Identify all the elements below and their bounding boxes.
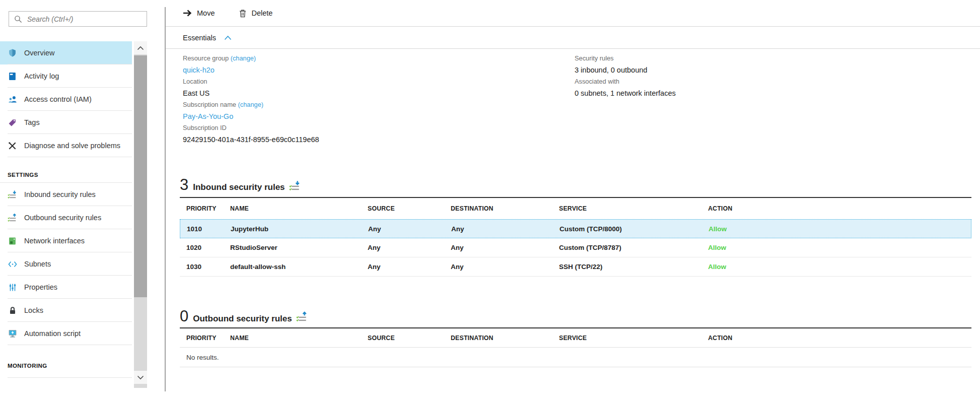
column-header: PRIORITY <box>180 205 224 212</box>
main-content: Move Delete Essentials <box>166 0 980 400</box>
sidebar-item-label: Properties <box>24 283 57 291</box>
column-header: NAME <box>224 335 361 342</box>
column-header: NAME <box>224 205 361 212</box>
sidebar-item-locks[interactable]: Locks <box>0 299 132 322</box>
sidebar-item-label: Overview <box>24 49 54 57</box>
inbound-table-header: PRIORITY NAME SOURCE DESTINATION SERVICE… <box>180 198 971 219</box>
people-icon <box>8 95 17 104</box>
sidebar-item-automation-script[interactable]: Automation script <box>0 322 132 345</box>
sidebar-item-access-control[interactable]: Access control (IAM) <box>0 88 132 111</box>
scroll-down-button[interactable] <box>134 371 147 384</box>
change-link[interactable]: (change) <box>238 101 264 108</box>
trash-icon <box>239 9 247 18</box>
chevron-up-icon <box>137 46 144 50</box>
table-row[interactable]: 1020 RStudioServer Any Any Custom (TCP/8… <box>180 238 971 257</box>
action-allow: Allow <box>702 244 971 251</box>
essentials-left-column: Resource group (change) quick-h2o Locati… <box>183 53 319 146</box>
divider <box>8 377 132 378</box>
column-header: ACTION <box>702 335 971 342</box>
inbound-rules-icon <box>8 190 17 199</box>
scroll-up-button[interactable] <box>134 41 147 54</box>
essentials-title: Essentials <box>183 34 216 42</box>
properties-icon <box>8 283 17 292</box>
column-header: SERVICE <box>552 335 702 342</box>
sidebar-settings-group: Inbound security rules Outbound security… <box>0 182 132 345</box>
sidebar-item-label: Access control (IAM) <box>24 95 92 103</box>
location-value: East US <box>183 87 319 99</box>
field-label: Location <box>183 76 319 87</box>
shield-icon <box>8 48 17 58</box>
subscription-id-value: 92429150-401a-431f-8955-e69c0c119e68 <box>183 134 319 146</box>
subnets-icon <box>8 259 17 269</box>
action-allow: Allow <box>702 225 971 233</box>
action-allow: Allow <box>702 263 971 271</box>
sidebar-nav: Overview Activity log <box>0 41 132 378</box>
subscription-name-link[interactable]: Pay-As-You-Go <box>183 110 319 122</box>
essentials-toggle[interactable]: Essentials <box>166 27 980 49</box>
security-rules-value: 3 inbound, 0 outbound <box>575 64 676 76</box>
outbound-rules-heading: 0 Outbound security rules <box>180 308 971 328</box>
field-label: Subscription ID <box>183 122 319 134</box>
search-input[interactable] <box>27 15 143 23</box>
sidebar-item-label: Tags <box>24 118 40 126</box>
field-label: Subscription name (change) <box>183 99 319 110</box>
sidebar-section-settings: SETTINGS <box>0 167 132 182</box>
resource-group-link[interactable]: quick-h2o <box>183 64 319 76</box>
inbound-rules-section: 3 Inbound security rules PRIORITY NAME S… <box>180 176 971 277</box>
sidebar-item-diagnose[interactable]: Diagnose and solve problems <box>0 134 132 157</box>
move-button[interactable]: Move <box>183 9 215 17</box>
search-icon <box>14 15 22 23</box>
delete-button[interactable]: Delete <box>239 9 272 18</box>
column-header: SERVICE <box>552 205 702 212</box>
inbound-count: 3 <box>180 176 188 193</box>
sidebar-item-activity-log[interactable]: Activity log <box>0 64 132 88</box>
column-header: PRIORITY <box>180 335 224 342</box>
automation-script-icon <box>8 329 17 339</box>
nsg-overview-screen: Overview Activity log <box>0 0 980 400</box>
outbound-rules-icon <box>8 213 17 223</box>
column-header: SOURCE <box>361 205 444 212</box>
column-header: ACTION <box>702 205 971 212</box>
sidebar-item-outbound-rules[interactable]: Outbound security rules <box>0 206 132 229</box>
sidebar-item-label: Network interfaces <box>24 237 85 245</box>
outbound-rules-icon <box>296 311 308 324</box>
outbound-table-header: PRIORITY NAME SOURCE DESTINATION SERVICE… <box>180 328 971 348</box>
change-link[interactable]: (change) <box>231 54 256 62</box>
sidebar-section-monitoring: MONITORING <box>0 358 132 373</box>
sidebar-item-label: Activity log <box>24 72 59 80</box>
sidebar-item-subnets[interactable]: Subnets <box>0 252 132 276</box>
sidebar-item-inbound-rules[interactable]: Inbound security rules <box>0 183 132 206</box>
tag-icon <box>8 118 17 127</box>
table-row[interactable]: 1010 JupyterHub Any Any Custom (TCP/8000… <box>180 219 971 238</box>
sidebar-item-label: Locks <box>24 306 43 314</box>
chevron-down-icon <box>137 375 144 380</box>
sidebar-item-label: Inbound security rules <box>24 190 96 198</box>
sidebar-scrollbar[interactable] <box>134 41 147 388</box>
outbound-rules-section: 0 Outbound security rules PRIORITY NAME … <box>180 308 971 367</box>
tools-icon <box>8 141 17 151</box>
sidebar-item-label: Outbound security rules <box>24 214 101 222</box>
sidebar-search <box>9 11 147 27</box>
sidebar-item-label: Subnets <box>24 260 51 268</box>
lock-icon <box>8 306 17 315</box>
network-interface-icon <box>8 236 17 246</box>
sidebar-item-tags[interactable]: Tags <box>0 111 132 134</box>
move-arrow-icon <box>183 9 192 17</box>
column-header: DESTINATION <box>444 335 552 342</box>
sidebar: Overview Activity log <box>0 0 165 400</box>
essentials-right-column: Security rules 3 inbound, 0 outbound Ass… <box>575 53 676 99</box>
no-results-text: No results. <box>180 348 971 367</box>
column-header: SOURCE <box>361 335 444 342</box>
inbound-rules-icon <box>289 180 301 193</box>
command-bar: Move Delete <box>166 0 980 27</box>
scrollbar-thumb[interactable] <box>134 55 147 297</box>
sidebar-item-label: Diagnose and solve problems <box>24 142 120 150</box>
sidebar-item-overview[interactable]: Overview <box>0 41 132 64</box>
column-header: DESTINATION <box>444 205 552 212</box>
sidebar-item-properties[interactable]: Properties <box>0 276 132 299</box>
chevron-up-icon <box>224 35 232 40</box>
delete-label: Delete <box>251 9 272 17</box>
sidebar-item-network-interfaces[interactable]: Network interfaces <box>0 229 132 252</box>
table-row[interactable]: 1030 default-allow-ssh Any Any SSH (TCP/… <box>180 257 971 277</box>
outbound-title: Outbound security rules <box>193 314 292 324</box>
